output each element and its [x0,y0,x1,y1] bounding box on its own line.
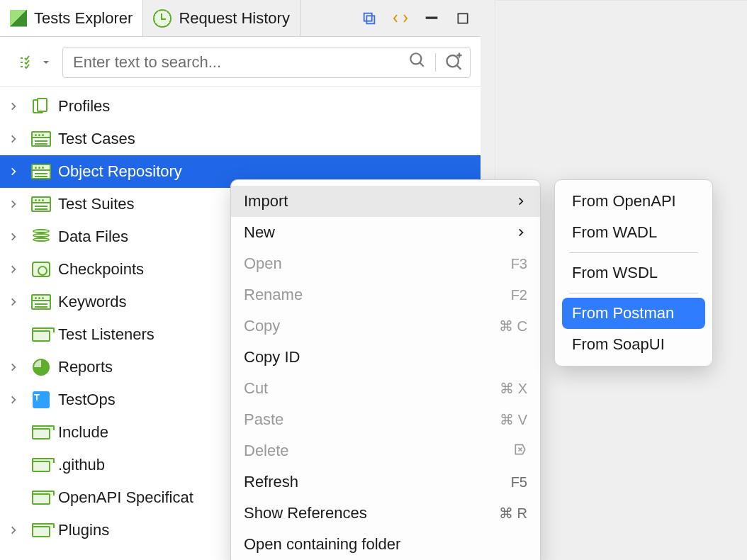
menu-item: Copy⌘ C [231,310,540,342]
search-input[interactable] [72,52,408,72]
chevron-right-icon[interactable] [7,296,20,308]
card-icon [31,294,51,310]
menu-item-label: Copy ID [244,348,300,366]
menu-item-label: New [244,223,275,242]
menu-shortcut: F3 [511,256,527,272]
menu-item[interactable]: Show References⌘ R [231,498,540,529]
menu-item[interactable]: Copy ID [231,342,540,373]
submenu-item[interactable]: From OpenAPI [562,186,705,217]
tree-node-label: Test Suites [58,195,135,213]
card-icon [31,164,51,179]
history-icon [153,9,172,28]
chevron-right-icon[interactable] [7,100,20,113]
submenu-item[interactable]: From WSDL [562,257,705,289]
menu-item-label: Cut [244,379,268,398]
submenu-item-label: From SoapUI [572,335,665,354]
menu-item: Delete [231,435,540,466]
card-icon [31,131,51,147]
search-icon[interactable] [408,51,427,74]
filter-tasks-button[interactable] [10,47,58,77]
svg-rect-3 [458,13,467,23]
tree-node-label: Keywords [58,293,127,311]
minimize-icon[interactable] [422,9,441,28]
chevron-right-icon [515,195,527,208]
explorer-toolbar [0,37,481,87]
submenu-item[interactable]: From WADL [562,217,705,248]
katalon-logo-icon [10,10,27,27]
menu-item[interactable]: Open containing folder [231,529,540,560]
testops-icon: T [33,391,50,408]
menu-item-label: Open containing folder [244,535,400,554]
maximize-icon[interactable] [454,9,472,28]
menu-item: OpenF3 [231,248,540,279]
menu-item-label: Rename [244,286,303,304]
filter-tasks-icon [18,54,35,71]
submenu-item-label: From OpenAPI [572,192,676,211]
chevron-right-icon[interactable] [7,198,20,211]
tab-label: Tests Explorer [34,9,133,28]
menu-item: Paste⌘ V [231,404,540,435]
tab-request-history[interactable]: Request History [143,0,301,36]
chevron-right-icon[interactable] [7,361,20,374]
tree-node-label: Test Listeners [58,325,155,344]
menu-item[interactable]: RefreshF5 [231,466,540,498]
svg-rect-1 [366,16,374,23]
svg-rect-2 [427,17,437,18]
link-editor-icon[interactable] [391,9,410,28]
tree-node-label: Reports [58,358,113,376]
folder-icon [32,491,50,505]
tree-node-label: Checkpoints [58,260,144,279]
menu-shortcut [513,442,527,460]
menu-item: Cut⌘ X [231,373,540,404]
menu-shortcut: ⌘ C [499,318,527,335]
tree-node-label: Object Repository [58,162,182,181]
menu-item-label: Paste [244,410,283,429]
chevron-right-icon[interactable] [7,230,20,243]
submenu-item-label: From WADL [572,223,657,242]
tree-node[interactable]: Test Cases [0,123,481,155]
menu-shortcut: ⌘ V [500,411,527,428]
profiles-icon [33,98,50,115]
card-icon [31,196,51,212]
tree-node-label: Plugins [58,521,109,539]
tree-node-label: OpenAPI Specificat [58,488,193,507]
tree-node-label: Profiles [58,97,110,116]
folder-icon [32,327,50,342]
import-submenu[interactable]: From OpenAPIFrom WADLFrom WSDLFrom Postm… [554,179,713,366]
divider [435,53,436,72]
tab-tests-explorer[interactable]: Tests Explorer [0,0,143,36]
submenu-item[interactable]: From Postman [562,298,705,329]
submenu-item-label: From Postman [572,304,674,323]
menu-item[interactable]: Import [231,186,540,217]
menu-item: RenameF2 [231,279,540,310]
menu-item-label: Delete [244,442,289,460]
collapse-all-icon[interactable] [360,9,378,28]
svg-rect-0 [364,13,372,21]
folder-icon [32,425,50,439]
svg-point-5 [447,55,459,67]
search-field-wrap [62,47,471,78]
spacer [7,426,20,439]
spacer [7,328,20,341]
chevron-right-icon[interactable] [7,263,20,276]
context-menu[interactable]: ImportNewOpenF3RenameF2Copy⌘ CCopy IDCut… [230,179,541,560]
chevron-right-icon[interactable] [7,393,20,406]
tree-node-label: Include [58,423,108,442]
view-tabstrip: Tests Explorer Request History [0,0,481,37]
menu-item-label: Refresh [244,473,298,491]
folder-icon [32,458,50,472]
tree-node-label: .github [58,456,105,474]
chevron-right-icon [515,226,527,239]
submenu-item[interactable]: From SoapUI [562,329,705,360]
menu-shortcut: F5 [511,474,527,491]
chevron-right-icon[interactable] [7,165,20,178]
tree-node-label: Data Files [58,228,128,246]
folder-icon [32,523,50,537]
tree-node-label: TestOps [58,391,116,409]
chevron-right-icon[interactable] [7,524,20,537]
chevron-right-icon[interactable] [7,133,20,145]
menu-item-label: Import [244,192,288,211]
tree-node[interactable]: Profiles [0,90,481,123]
menu-item[interactable]: New [231,217,540,248]
search-add-icon[interactable] [444,50,464,74]
